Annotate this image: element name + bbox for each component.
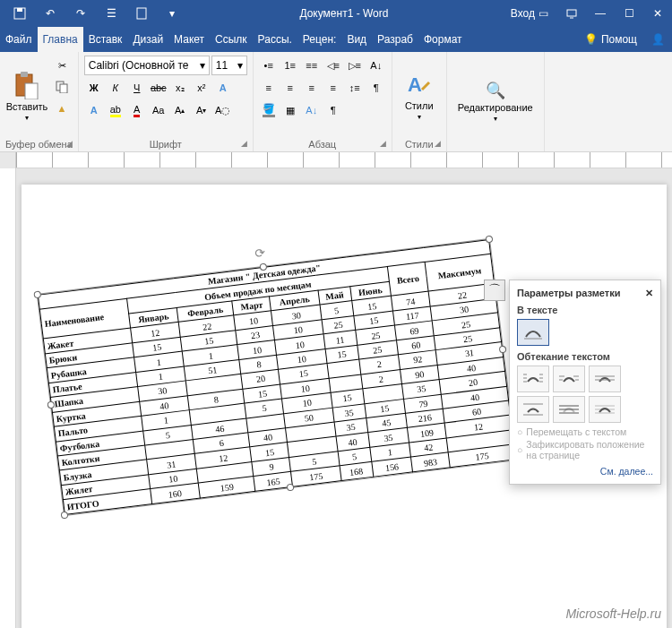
redo-icon[interactable]: ↷ bbox=[66, 0, 95, 27]
justify-icon: ≡ bbox=[331, 82, 336, 93]
tab-file[interactable]: Файл bbox=[0, 27, 38, 52]
ribbon-options-icon[interactable] bbox=[557, 0, 586, 27]
tab-home[interactable]: Главна bbox=[38, 27, 83, 52]
align-right-button[interactable]: ≡ bbox=[302, 78, 322, 98]
tab-design[interactable]: Дизай bbox=[127, 27, 168, 52]
styles-button[interactable]: A Стили ▾ bbox=[398, 56, 441, 137]
bullets-button[interactable]: •≡ bbox=[259, 56, 279, 75]
touch-mode-icon[interactable]: ☰ bbox=[97, 0, 125, 27]
subscript-button[interactable]: x₂ bbox=[170, 78, 190, 98]
superscript-button[interactable]: x² bbox=[192, 78, 211, 98]
tab-format[interactable]: Формат bbox=[418, 27, 468, 52]
wrap-behind-option[interactable] bbox=[553, 396, 585, 423]
strike-button[interactable]: abc bbox=[149, 78, 168, 98]
cut-button[interactable]: ✂ bbox=[52, 56, 72, 75]
cell-total: 983 bbox=[410, 452, 450, 472]
undo-icon[interactable]: ↶ bbox=[36, 0, 65, 27]
copy-button[interactable] bbox=[52, 77, 72, 97]
table-object[interactable]: ⟳ Магазин " Детская одежда" Наименование… bbox=[37, 238, 518, 516]
paste-button[interactable]: Вставить ▾ bbox=[5, 56, 48, 137]
group-font-label: Шрифт bbox=[84, 137, 247, 151]
tab-developer[interactable]: Разраб bbox=[372, 27, 418, 52]
shrink-a-button[interactable]: A▾ bbox=[192, 100, 211, 120]
resize-handle[interactable] bbox=[287, 484, 295, 492]
shading-button[interactable]: 🪣 bbox=[259, 100, 279, 120]
new-icon[interactable] bbox=[127, 0, 156, 27]
watermark: Microsoft-Help.ru bbox=[562, 606, 665, 621]
outdent-button[interactable]: ◁≡ bbox=[323, 56, 343, 75]
align-right-icon: ≡ bbox=[309, 82, 314, 93]
tab-mailings[interactable]: Рассы. bbox=[253, 27, 297, 52]
share-button[interactable]: 👤 bbox=[644, 27, 672, 52]
copy-icon bbox=[56, 81, 68, 93]
line-spacing-button[interactable]: ↕≡ bbox=[345, 78, 365, 98]
editing-button[interactable]: 🔍 Редактирование ▾ bbox=[452, 56, 538, 148]
justify-button[interactable]: ≡ bbox=[323, 78, 343, 98]
resize-handle[interactable] bbox=[486, 236, 494, 244]
clear-format-button[interactable]: A◌ bbox=[213, 100, 233, 120]
wrap-front-option[interactable] bbox=[589, 396, 621, 423]
tell-me[interactable]: 💡Помощ bbox=[579, 27, 644, 52]
resize-handle[interactable] bbox=[499, 346, 507, 354]
wrap-icon: ⌒ bbox=[488, 282, 501, 298]
wrap-through-option[interactable] bbox=[589, 366, 621, 392]
maximize-button[interactable]: ☐ bbox=[615, 0, 643, 27]
wrap-inline-option[interactable] bbox=[517, 319, 549, 346]
grow-font-button[interactable]: A bbox=[84, 100, 104, 120]
minimize-button[interactable]: — bbox=[586, 0, 615, 27]
underline-button[interactable]: Ч bbox=[127, 78, 147, 98]
layout-options-flyout: Параметры разметки ✕ В тексте Обтекание … bbox=[509, 280, 661, 485]
close-button[interactable]: ✕ bbox=[643, 0, 672, 27]
align-center-button[interactable]: ≡ bbox=[280, 78, 300, 98]
tab-references[interactable]: Ссылк bbox=[210, 27, 253, 52]
styles-launcher[interactable]: ◢ bbox=[432, 137, 444, 150]
paragraph-launcher[interactable]: ◢ bbox=[377, 137, 390, 150]
italic-button[interactable]: К bbox=[106, 78, 125, 98]
clipboard-launcher[interactable]: ◢ bbox=[64, 137, 76, 150]
vertical-ruler[interactable] bbox=[0, 168, 16, 628]
resize-handle[interactable] bbox=[61, 512, 69, 520]
rotate-handle[interactable]: ⟳ bbox=[254, 245, 266, 261]
font-size-combo[interactable]: 11▾ bbox=[211, 56, 247, 75]
grow-a-button[interactable]: A▴ bbox=[170, 100, 190, 120]
see-more-link[interactable]: См. далее... bbox=[517, 466, 653, 477]
font-color-button[interactable]: A bbox=[127, 100, 147, 120]
layout-options-anchor[interactable]: ⌒ bbox=[484, 280, 505, 301]
pilcrow-icon: ¶ bbox=[374, 82, 379, 93]
change-case-button[interactable]: Aa bbox=[149, 100, 168, 120]
tab-view[interactable]: Вид bbox=[341, 27, 372, 52]
tab-insert[interactable]: Вставк bbox=[83, 27, 128, 52]
tab-review[interactable]: Рецен: bbox=[297, 27, 342, 52]
indent-button[interactable]: ▷≡ bbox=[345, 56, 365, 75]
align-left-button[interactable]: ≡ bbox=[259, 78, 279, 98]
horizontal-ruler[interactable] bbox=[0, 152, 672, 168]
format-painter-button[interactable]: ▲ bbox=[52, 99, 72, 118]
tab-layout[interactable]: Макет bbox=[168, 27, 210, 52]
wrap-tight-option[interactable] bbox=[553, 366, 585, 392]
sign-in-button[interactable]: Вход▭ bbox=[502, 7, 557, 20]
svg-rect-5 bbox=[21, 72, 28, 77]
numbering-button[interactable]: 1≡ bbox=[280, 56, 300, 75]
bold-button[interactable]: Ж bbox=[84, 78, 104, 98]
wrap-square-option[interactable] bbox=[517, 366, 549, 392]
close-icon[interactable]: ✕ bbox=[645, 288, 653, 299]
align-center-icon: ≡ bbox=[288, 82, 293, 93]
multilevel-button[interactable]: ≡≡ bbox=[302, 56, 322, 75]
borders-button[interactable]: ▦ bbox=[280, 100, 300, 120]
pilcrow-button[interactable]: ¶ bbox=[323, 100, 343, 120]
group-clipboard-label: Буфер обмена bbox=[5, 137, 73, 151]
wrap-topbottom-option[interactable] bbox=[517, 396, 549, 423]
ribbon: Вставить ▾ ✂ ▲ Буфер обмена ◢ Calibri (О… bbox=[0, 52, 672, 152]
highlight-button[interactable]: ab bbox=[106, 100, 125, 120]
qat-dropdown-icon[interactable]: ▾ bbox=[158, 0, 186, 27]
font-launcher[interactable]: ◢ bbox=[238, 137, 251, 150]
show-marks-button[interactable]: ¶ bbox=[366, 78, 386, 98]
sort-button[interactable]: A↓ bbox=[366, 56, 386, 75]
font-name-combo[interactable]: Calibri (Основной те▾ bbox=[84, 56, 210, 75]
styles-icon: A bbox=[406, 72, 433, 99]
text-effects-button[interactable]: A bbox=[213, 78, 233, 98]
para-sort-button[interactable]: A↓ bbox=[302, 100, 322, 120]
col-total: Всего bbox=[387, 262, 428, 297]
save-icon[interactable] bbox=[5, 0, 34, 27]
svg-rect-8 bbox=[60, 84, 67, 93]
